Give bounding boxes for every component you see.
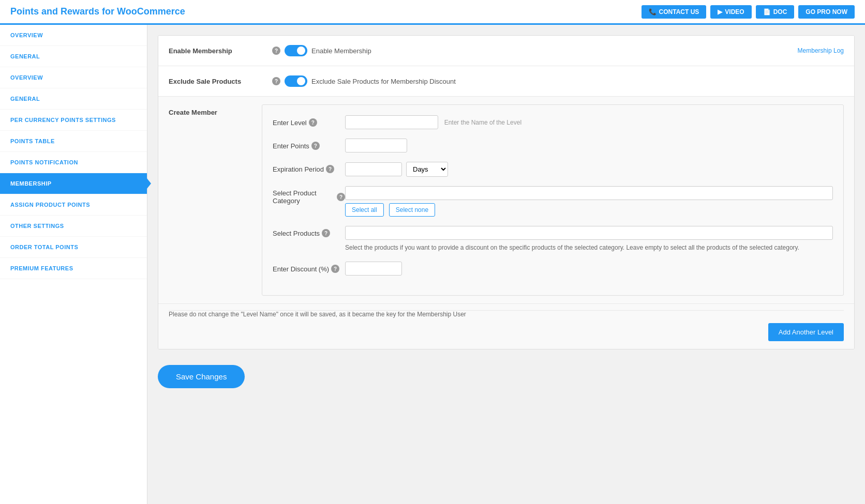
create-member-row: Create Member Enter Level ? Enter the Na… xyxy=(158,97,854,303)
exclude-sale-help-icon[interactable]: ? xyxy=(272,77,280,85)
sidebar-item-points-table[interactable]: POINTS TABLE xyxy=(0,131,147,152)
enter-points-label: Enter Points ? xyxy=(273,139,345,150)
sidebar-item-premium-features[interactable]: PREMIUM FEATURES xyxy=(0,258,147,279)
phone-icon: 📞 xyxy=(649,8,657,16)
enter-points-help-icon[interactable]: ? xyxy=(311,142,320,150)
video-icon: ▶ xyxy=(718,8,722,16)
expiration-period-control: Days Months Years xyxy=(345,162,833,177)
enable-membership-row: Enable Membership ? Enable Membership Me… xyxy=(158,36,854,66)
exclude-sale-content: ? Exclude Sale Products for Membership D… xyxy=(272,75,844,87)
enter-level-input[interactable] xyxy=(345,115,438,129)
expiration-unit-select[interactable]: Days Months Years xyxy=(406,162,448,177)
go-pro-button[interactable]: GO PRO NOW xyxy=(798,5,855,19)
enable-membership-content: ? Enable Membership Membership Log xyxy=(272,45,844,56)
category-input[interactable] xyxy=(345,186,833,200)
select-category-help-icon[interactable]: ? xyxy=(337,193,345,201)
save-changes-button[interactable]: Save Changes xyxy=(158,365,245,388)
enter-points-row: Enter Points ? xyxy=(273,139,833,152)
sidebar-item-overview-2[interactable]: OVERVIEW xyxy=(0,67,147,88)
sidebar-item-general-1[interactable]: GENERAL xyxy=(0,46,147,67)
exclude-sale-toggle[interactable] xyxy=(285,75,307,87)
select-products-help-icon[interactable]: ? xyxy=(322,229,330,237)
expiration-period-row: Expiration Period ? Days Months Years xyxy=(273,162,833,177)
doc-button[interactable]: 📄 DOC xyxy=(756,5,795,19)
membership-log-link[interactable]: Membership Log xyxy=(798,47,844,54)
sidebar-item-order-total-points[interactable]: ORDER TOTAL POINTS xyxy=(0,237,147,258)
products-help-text: Select the products if you want to provi… xyxy=(345,243,833,252)
expiration-help-icon[interactable]: ? xyxy=(326,165,334,173)
enter-level-help-icon[interactable]: ? xyxy=(309,118,317,127)
select-products-row: Select Products ? Select the products if… xyxy=(273,226,833,252)
main-content: Enable Membership ? Enable Membership Me… xyxy=(147,25,865,504)
sidebar-item-per-currency[interactable]: PER CURRENCY POINTS SETTINGS xyxy=(0,110,147,131)
category-select-buttons: Select all Select none xyxy=(345,203,833,217)
app-title: Points and Rewards for WooCommerce xyxy=(10,6,642,17)
sidebar-item-points-notification[interactable]: POINTS NOTIFICATION xyxy=(0,152,147,173)
exclude-sale-label: Exclude Sale Products xyxy=(169,75,272,85)
header-buttons: 📞 CONTACT US ▶ VIDEO 📄 DOC GO PRO NOW xyxy=(642,5,855,19)
layout: OVERVIEW GENERAL OVERVIEW GENERAL PER CU… xyxy=(0,25,865,504)
sidebar-item-overview-1[interactable]: OVERVIEW xyxy=(0,25,147,46)
sidebar: OVERVIEW GENERAL OVERVIEW GENERAL PER CU… xyxy=(0,25,147,504)
enable-membership-help-icon[interactable]: ? xyxy=(272,47,280,55)
video-button[interactable]: ▶ VIDEO xyxy=(710,5,751,19)
sidebar-item-membership[interactable]: MEMBERSHIP xyxy=(0,173,147,194)
enable-membership-toggle[interactable] xyxy=(285,45,307,56)
select-category-control: Select all Select none xyxy=(345,186,833,217)
header: Points and Rewards for WooCommerce 📞 CON… xyxy=(0,0,865,25)
enter-level-hint: Enter the Name of the Level xyxy=(444,119,521,126)
create-member-content: Enter Level ? Enter the Name of the Leve… xyxy=(262,104,844,296)
settings-card: Enable Membership ? Enable Membership Me… xyxy=(158,35,855,349)
info-text: Please do not change the "Level Name" on… xyxy=(169,310,844,323)
select-products-control: Select the products if you want to provi… xyxy=(345,226,833,252)
add-another-level-button[interactable]: Add Another Level xyxy=(768,323,844,341)
enter-level-row: Enter Level ? Enter the Name of the Leve… xyxy=(273,115,833,129)
enter-points-control xyxy=(345,139,833,152)
enter-discount-help-icon[interactable]: ? xyxy=(331,265,339,273)
discount-input[interactable] xyxy=(345,262,402,276)
sidebar-item-other-settings[interactable]: OTHER SETTINGS xyxy=(0,216,147,237)
expiration-period-input[interactable] xyxy=(345,162,402,176)
expiration-period-label: Expiration Period ? xyxy=(273,162,345,173)
sidebar-item-assign-product[interactable]: ASSIGN PRODUCT POINTS xyxy=(0,194,147,216)
enter-level-label: Enter Level ? xyxy=(273,115,345,127)
add-level-wrapper: Add Another Level xyxy=(169,323,844,349)
enter-discount-control xyxy=(345,262,833,276)
select-category-row: Select Product Category ? Select all Sel… xyxy=(273,186,833,217)
select-category-label: Select Product Category ? xyxy=(273,186,345,205)
products-input[interactable] xyxy=(345,226,833,240)
select-products-label: Select Products ? xyxy=(273,226,345,237)
enter-level-control: Enter the Name of the Level xyxy=(345,115,833,129)
enable-membership-desc: Enable Membership xyxy=(311,47,371,55)
enable-membership-label: Enable Membership xyxy=(169,45,272,55)
enter-discount-row: Enter Discount (%) ? xyxy=(273,262,833,276)
select-all-categories-button[interactable]: Select all xyxy=(345,203,384,217)
exclude-sale-row: Exclude Sale Products ? Exclude Sale Pro… xyxy=(158,66,854,97)
footer-section: Please do not change the "Level Name" on… xyxy=(158,303,854,349)
doc-icon: 📄 xyxy=(763,8,771,16)
exclude-sale-desc: Exclude Sale Products for Membership Dis… xyxy=(311,78,456,85)
create-member-label: Create Member xyxy=(169,104,262,116)
enter-points-input[interactable] xyxy=(345,139,407,152)
sidebar-item-general-2[interactable]: GENERAL xyxy=(0,88,147,110)
enter-discount-label: Enter Discount (%) ? xyxy=(273,262,345,273)
select-none-categories-button[interactable]: Select none xyxy=(389,203,435,217)
contact-us-button[interactable]: 📞 CONTACT US xyxy=(642,5,707,19)
